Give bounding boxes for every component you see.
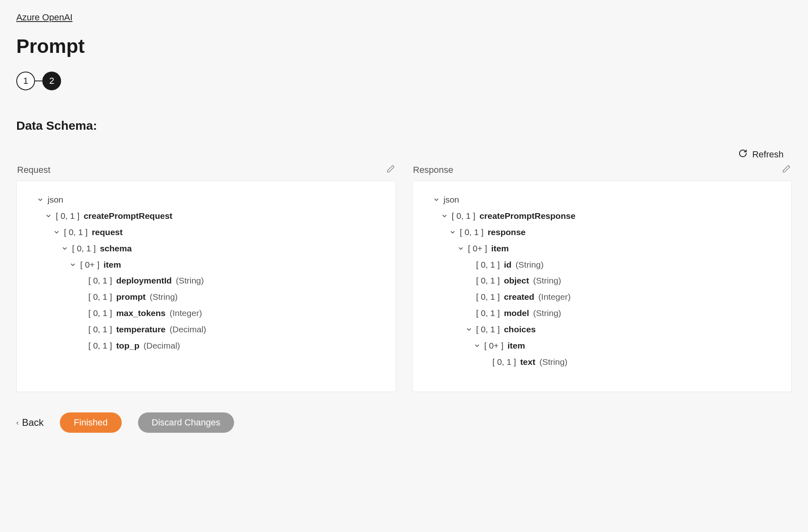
cardinality: [ 0, 1 ] (476, 289, 500, 305)
finished-button[interactable]: Finished (60, 412, 121, 433)
tree-row: [ 0, 1 ]top_p(Decimal) (29, 338, 383, 354)
chevron-down-icon[interactable] (449, 229, 456, 235)
chevron-down-icon[interactable] (37, 196, 44, 203)
back-button[interactable]: ‹ Back (16, 417, 44, 428)
cardinality: [ 0+ ] (468, 240, 487, 257)
field-name: model (504, 305, 529, 321)
field-name: object (504, 273, 529, 289)
response-tree: json[ 0, 1 ]createPromptResponse[ 0, 1 ]… (425, 192, 780, 370)
field-name: temperature (116, 321, 165, 338)
section-heading: Data Schema: (16, 119, 792, 133)
field-name: top_p (116, 338, 139, 354)
chevron-down-icon[interactable] (474, 342, 480, 349)
cardinality: [ 0, 1 ] (88, 305, 112, 321)
cardinality: [ 0, 1 ] (476, 305, 500, 321)
field-name: json (48, 192, 64, 208)
cardinality: [ 0, 1 ] (476, 257, 500, 273)
discard-changes-button[interactable]: Discard Changes (138, 412, 234, 433)
chevron-down-icon[interactable] (433, 196, 440, 203)
edit-request-button[interactable] (386, 164, 395, 176)
field-name: item (103, 257, 121, 273)
tree-row: json (425, 192, 780, 208)
field-name: item (491, 240, 509, 257)
stepper: 1 2 (16, 72, 792, 90)
request-tree: json[ 0, 1 ]createPromptRequest[ 0, 1 ]r… (29, 192, 383, 354)
page-title: Prompt (16, 35, 792, 57)
field-type: (String) (533, 273, 561, 289)
tree-row: [ 0+ ]item (29, 257, 383, 273)
field-name: text (520, 354, 535, 370)
back-label: Back (22, 417, 44, 428)
field-name: schema (100, 240, 131, 257)
cardinality: [ 0, 1 ] (56, 208, 79, 224)
field-name: createPromptResponse (480, 208, 576, 224)
field-type: (String) (539, 354, 567, 370)
tree-row: [ 0, 1 ]id(String) (425, 257, 780, 273)
request-label: Request (17, 165, 50, 175)
chevron-down-icon[interactable] (61, 245, 68, 252)
response-card: json[ 0, 1 ]createPromptResponse[ 0, 1 ]… (412, 181, 792, 392)
field-name: json (444, 192, 460, 208)
cardinality: [ 0, 1 ] (88, 321, 112, 338)
step-2[interactable]: 2 (42, 72, 61, 90)
field-type: (String) (176, 273, 204, 289)
refresh-button[interactable]: Refresh (738, 149, 784, 160)
tree-row: [ 0, 1 ]deploymentId(String) (29, 273, 383, 289)
refresh-label: Refresh (752, 149, 784, 160)
tree-row: [ 0+ ]item (425, 240, 780, 257)
refresh-icon (738, 149, 747, 160)
chevron-down-icon[interactable] (458, 245, 464, 252)
chevron-down-icon[interactable] (53, 229, 60, 235)
chevron-down-icon[interactable] (441, 213, 448, 219)
tree-row: [ 0, 1 ]temperature(Decimal) (29, 321, 383, 338)
field-name: request (92, 224, 123, 240)
cardinality: [ 0+ ] (80, 257, 99, 273)
cardinality: [ 0, 1 ] (452, 208, 475, 224)
field-type: (Integer) (170, 305, 202, 321)
cardinality: [ 0, 1 ] (493, 354, 516, 370)
cardinality: [ 0+ ] (484, 338, 504, 354)
chevron-left-icon: ‹ (16, 419, 19, 427)
field-name: max_tokens (116, 305, 165, 321)
response-column: Response json[ 0, 1 ]createPromptRespons… (412, 163, 792, 392)
cardinality: [ 0, 1 ] (72, 240, 96, 257)
tree-row: json (29, 192, 383, 208)
tree-row: [ 0, 1 ]response (425, 224, 780, 240)
breadcrumb-link[interactable]: Azure OpenAI (16, 12, 72, 23)
step-1[interactable]: 1 (16, 72, 35, 90)
cardinality: [ 0, 1 ] (476, 273, 500, 289)
tree-row: [ 0, 1 ]object(String) (425, 273, 780, 289)
cardinality: [ 0, 1 ] (88, 273, 112, 289)
pencil-icon (386, 165, 395, 175)
cardinality: [ 0, 1 ] (460, 224, 484, 240)
request-card: json[ 0, 1 ]createPromptRequest[ 0, 1 ]r… (16, 181, 396, 392)
pencil-icon (782, 165, 791, 175)
edit-response-button[interactable] (782, 164, 791, 176)
tree-row: [ 0, 1 ]created(Integer) (425, 289, 780, 305)
field-type: (String) (533, 305, 561, 321)
tree-row: [ 0, 1 ]createPromptResponse (425, 208, 780, 224)
field-name: prompt (116, 289, 145, 305)
tree-row: [ 0, 1 ]prompt(String) (29, 289, 383, 305)
tree-row: [ 0, 1 ]request (29, 224, 383, 240)
tree-row: [ 0, 1 ]createPromptRequest (29, 208, 383, 224)
chevron-down-icon[interactable] (45, 213, 52, 219)
tree-row: [ 0, 1 ]schema (29, 240, 383, 257)
tree-row: [ 0, 1 ]text(String) (425, 354, 780, 370)
cardinality: [ 0, 1 ] (476, 321, 500, 338)
field-type: (String) (516, 257, 544, 273)
request-column: Request json[ 0, 1 ]createPromptRequest[… (16, 163, 396, 392)
tree-row: [ 0+ ]item (425, 338, 780, 354)
field-name: deploymentId (116, 273, 172, 289)
chevron-down-icon[interactable] (70, 262, 76, 268)
chevron-down-icon[interactable] (466, 326, 472, 333)
tree-row: [ 0, 1 ]max_tokens(Integer) (29, 305, 383, 321)
field-type: (String) (150, 289, 178, 305)
field-name: item (508, 338, 525, 354)
response-label: Response (413, 165, 453, 175)
cardinality: [ 0, 1 ] (64, 224, 88, 240)
tree-row: [ 0, 1 ]choices (425, 321, 780, 338)
field-type: (Integer) (539, 289, 571, 305)
field-name: response (488, 224, 526, 240)
cardinality: [ 0, 1 ] (88, 338, 112, 354)
